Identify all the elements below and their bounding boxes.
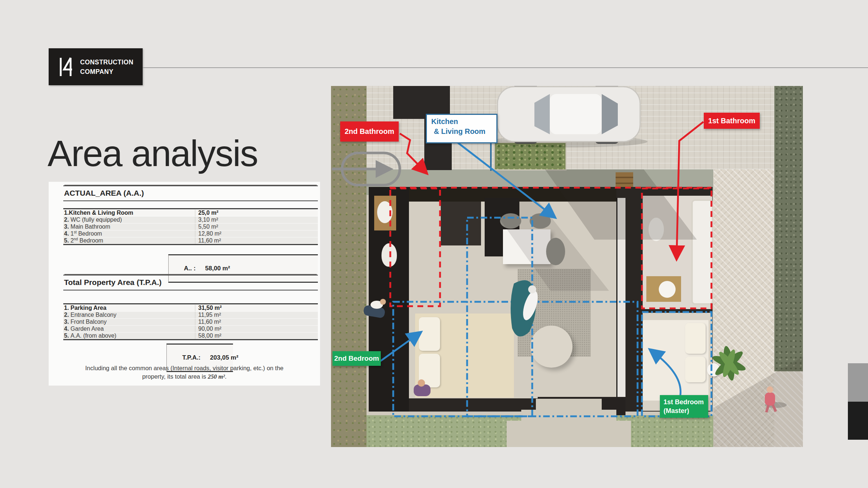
company-logo-text: CONSTRUCTION COMPANY <box>80 57 134 76</box>
row-value: 5,50 m² <box>195 224 218 230</box>
person-entrance <box>414 379 431 396</box>
table-row: 1. Parking Area 31,50 m² <box>63 304 318 311</box>
bedroom2-arrow <box>380 335 416 361</box>
slide: CONSTRUCTION COMPANY Area analysis ACTUA… <box>0 0 868 488</box>
row-value: 3,10 m² <box>195 217 218 223</box>
table-row: 3. Front Balcony 11,60 m² <box>63 318 318 325</box>
row-value: 12,80 m² <box>195 230 221 237</box>
slide-accent-black <box>848 402 868 440</box>
company-logo: CONSTRUCTION COMPANY <box>49 48 143 85</box>
label-1st-bedroom-master: 1st Bedroom (Master) <box>660 395 708 418</box>
row-value: 31,50 m² <box>195 305 222 311</box>
row-value: 58,00 m² <box>195 333 221 339</box>
row-value: 90,00 m² <box>195 326 221 332</box>
entrance-arrow-icon <box>332 153 400 185</box>
actual-area-heading: ACTUAL_AREA (A.A.) <box>63 185 318 201</box>
bedroom1-arrow <box>654 353 681 395</box>
person-on-bed <box>363 299 386 319</box>
table-row: 1.Kitchen & Living Room 25,0 m² <box>63 209 318 216</box>
row-value: 11,60 m² <box>195 237 221 244</box>
palm-plant <box>711 345 747 382</box>
bathroom2-arrow <box>400 134 423 169</box>
logo-line1: CONSTRUCTION <box>80 57 134 67</box>
row-value: 25,0 m² <box>195 210 218 216</box>
slide-accent-gray <box>848 363 868 402</box>
total-property-area-heading: Total Property Area (T.P.A.) <box>63 275 318 290</box>
table-row: 4. Garden Area 90,00 m² <box>63 325 318 332</box>
table-row: 4. 1st Bedroom 12,80 m² <box>63 230 318 237</box>
floorplan-annotation-overlay <box>331 86 803 447</box>
logo-line2: COMPANY <box>80 67 134 76</box>
table-row: 5. A.A. (from above) 58,00 m² <box>63 332 318 339</box>
table-row: 5. 2nd Bedroom 11,60 m² <box>63 237 318 244</box>
table-row: 2. Entrance Balcony 11,95 m² <box>63 311 318 318</box>
actual-area-table: 1.Kitchen & Living Room 25,0 m² 2. WC (f… <box>63 208 318 245</box>
label-1st-bathroom: 1st Bathroom <box>704 113 760 129</box>
header-divider-line <box>143 67 868 68</box>
label-kitchen-living-room: Kitchen & Living Room <box>426 114 497 143</box>
total-property-area-table: 1. Parking Area 31,50 m² 2. Entrance Bal… <box>63 303 318 340</box>
car <box>490 86 647 147</box>
table-row: 3. Main Bathroom 5,50 m² <box>63 223 318 230</box>
shadow <box>545 169 697 240</box>
company-monogram-icon <box>58 56 74 78</box>
person-living-room <box>511 280 541 337</box>
footnote: Including all the common areas (Internal… <box>75 364 294 381</box>
label-2nd-bedroom: 2nd Bedroom <box>332 351 381 366</box>
table-row: 2. WC (fully equipped) 3,10 m² <box>63 216 318 223</box>
row-value: 11,60 m² <box>195 319 221 325</box>
floorplan-image: 2nd Bathroom Kitchen & Living Room 1st B… <box>331 86 803 447</box>
page-title: Area analysis <box>48 132 258 174</box>
label-2nd-bathroom: 2nd Bathroom <box>340 121 399 142</box>
row-value: 11,95 m² <box>195 312 221 318</box>
area-analysis-panel: ACTUAL_AREA (A.A.) 1.Kitchen & Living Ro… <box>49 182 320 386</box>
